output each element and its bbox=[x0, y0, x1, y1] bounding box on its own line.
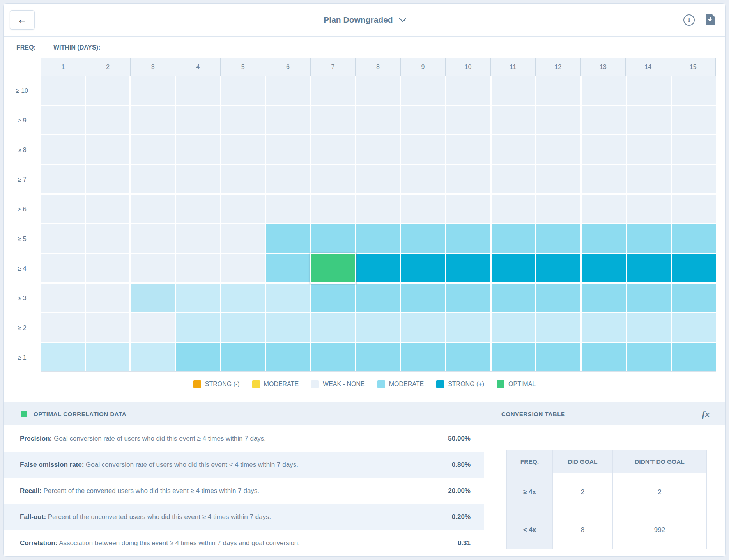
heatmap-cell-r8-c9[interactable] bbox=[401, 284, 445, 312]
heatmap-cell-r10-c7[interactable] bbox=[311, 343, 355, 371]
heatmap-cell-r7-c4[interactable] bbox=[176, 254, 220, 282]
heatmap-cell-r2-c6[interactable] bbox=[266, 106, 310, 134]
heatmap-cell-r10-c9[interactable] bbox=[401, 343, 445, 371]
heatmap-cell-r7-c14[interactable] bbox=[627, 254, 671, 282]
heatmap-cell-r2-c7[interactable] bbox=[311, 106, 355, 134]
heatmap-cell-r3-c13[interactable] bbox=[582, 135, 626, 164]
heatmap-cell-r7-c2[interactable] bbox=[86, 254, 130, 282]
heatmap-cell-r6-c3[interactable] bbox=[131, 224, 175, 253]
heatmap-cell-r7-c12[interactable] bbox=[536, 254, 580, 282]
heatmap-cell-r4-c12[interactable] bbox=[536, 165, 580, 193]
heatmap-cell-r10-c10[interactable] bbox=[446, 343, 490, 371]
heatmap-cell-r10-c15[interactable] bbox=[672, 343, 716, 371]
heatmap-cell-r8-c14[interactable] bbox=[627, 284, 671, 312]
heatmap-cell-r7-c7-optimal-selected[interactable] bbox=[311, 254, 355, 282]
heatmap-cell-r2-c11[interactable] bbox=[492, 106, 536, 134]
heatmap-cell-r9-c9[interactable] bbox=[401, 313, 445, 342]
heatmap-cell-r5-c3[interactable] bbox=[131, 195, 175, 223]
heatmap-cell-r6-c15[interactable] bbox=[672, 224, 716, 253]
heatmap-cell-r9-c1[interactable] bbox=[41, 313, 85, 342]
heatmap-cell-r8-c1[interactable] bbox=[41, 284, 85, 312]
heatmap-cell-r4-c6[interactable] bbox=[266, 165, 310, 193]
heatmap-cell-r8-c6[interactable] bbox=[266, 284, 310, 312]
heatmap-cell-r10-c12[interactable] bbox=[536, 343, 580, 371]
heatmap-cell-r1-c1[interactable] bbox=[41, 76, 85, 105]
heatmap-cell-r3-c7[interactable] bbox=[311, 135, 355, 164]
heatmap-cell-r5-c12[interactable] bbox=[536, 195, 580, 223]
heatmap-cell-r7-c6[interactable] bbox=[266, 254, 310, 282]
heatmap-cell-r4-c2[interactable] bbox=[86, 165, 130, 193]
heatmap-cell-r7-c5[interactable] bbox=[221, 254, 265, 282]
heatmap-cell-r3-c2[interactable] bbox=[86, 135, 130, 164]
heatmap-cell-r4-c11[interactable] bbox=[492, 165, 536, 193]
heatmap-cell-r2-c5[interactable] bbox=[221, 106, 265, 134]
heatmap-cell-r4-c5[interactable] bbox=[221, 165, 265, 193]
heatmap-cell-r1-c2[interactable] bbox=[86, 76, 130, 105]
heatmap-cell-r8-c8[interactable] bbox=[356, 284, 400, 312]
heatmap-cell-r7-c13[interactable] bbox=[582, 254, 626, 282]
heatmap-cell-r2-c15[interactable] bbox=[672, 106, 716, 134]
heatmap-cell-r9-c10[interactable] bbox=[446, 313, 490, 342]
heatmap-cell-r7-c11[interactable] bbox=[492, 254, 536, 282]
heatmap-cell-r5-c9[interactable] bbox=[401, 195, 445, 223]
heatmap-cell-r9-c4[interactable] bbox=[176, 313, 220, 342]
heatmap-cell-r9-c15[interactable] bbox=[672, 313, 716, 342]
heatmap-cell-r9-c5[interactable] bbox=[221, 313, 265, 342]
heatmap-cell-r9-c12[interactable] bbox=[536, 313, 580, 342]
heatmap-cell-r6-c10[interactable] bbox=[446, 224, 490, 253]
heatmap-cell-r4-c15[interactable] bbox=[672, 165, 716, 193]
heatmap-cell-r7-c1[interactable] bbox=[41, 254, 85, 282]
heatmap-cell-r9-c11[interactable] bbox=[492, 313, 536, 342]
heatmap-cell-r2-c3[interactable] bbox=[131, 106, 175, 134]
heatmap-cell-r10-c14[interactable] bbox=[627, 343, 671, 371]
heatmap-cell-r2-c1[interactable] bbox=[41, 106, 85, 134]
heatmap-cell-r3-c12[interactable] bbox=[536, 135, 580, 164]
heatmap-cell-r8-c7[interactable] bbox=[311, 284, 355, 312]
heatmap-cell-r1-c6[interactable] bbox=[266, 76, 310, 105]
event-selector[interactable]: Plan Downgraded bbox=[4, 4, 725, 36]
heatmap-cell-r1-c15[interactable] bbox=[672, 76, 716, 105]
heatmap-cell-r5-c5[interactable] bbox=[221, 195, 265, 223]
heatmap-cell-r3-c3[interactable] bbox=[131, 135, 175, 164]
heatmap-cell-r6-c2[interactable] bbox=[86, 224, 130, 253]
heatmap-cell-r2-c9[interactable] bbox=[401, 106, 445, 134]
heatmap-cell-r9-c2[interactable] bbox=[86, 313, 130, 342]
heatmap-cell-r1-c8[interactable] bbox=[356, 76, 400, 105]
heatmap-cell-r3-c5[interactable] bbox=[221, 135, 265, 164]
formula-fx-icon[interactable]: fx bbox=[702, 409, 710, 419]
heatmap-cell-r1-c13[interactable] bbox=[582, 76, 626, 105]
heatmap-cell-r7-c3[interactable] bbox=[131, 254, 175, 282]
heatmap-cell-r10-c8[interactable] bbox=[356, 343, 400, 371]
heatmap-cell-r1-c11[interactable] bbox=[492, 76, 536, 105]
heatmap-cell-r6-c13[interactable] bbox=[582, 224, 626, 253]
heatmap-cell-r9-c6[interactable] bbox=[266, 313, 310, 342]
heatmap-cell-r1-c5[interactable] bbox=[221, 76, 265, 105]
heatmap-cell-r4-c3[interactable] bbox=[131, 165, 175, 193]
heatmap-cell-r2-c4[interactable] bbox=[176, 106, 220, 134]
heatmap-cell-r8-c4[interactable] bbox=[176, 284, 220, 312]
heatmap-cell-r2-c10[interactable] bbox=[446, 106, 490, 134]
heatmap-cell-r10-c4[interactable] bbox=[176, 343, 220, 371]
heatmap-cell-r3-c9[interactable] bbox=[401, 135, 445, 164]
heatmap-cell-r6-c8[interactable] bbox=[356, 224, 400, 253]
heatmap-cell-r4-c7[interactable] bbox=[311, 165, 355, 193]
heatmap-cell-r5-c11[interactable] bbox=[492, 195, 536, 223]
heatmap-cell-r5-c1[interactable] bbox=[41, 195, 85, 223]
heatmap-cell-r1-c14[interactable] bbox=[627, 76, 671, 105]
heatmap-cell-r7-c8[interactable] bbox=[356, 254, 400, 282]
heatmap-cell-r1-c10[interactable] bbox=[446, 76, 490, 105]
heatmap-cell-r4-c9[interactable] bbox=[401, 165, 445, 193]
heatmap-cell-r9-c7[interactable] bbox=[311, 313, 355, 342]
heatmap-cell-r3-c1[interactable] bbox=[41, 135, 85, 164]
heatmap-cell-r6-c1[interactable] bbox=[41, 224, 85, 253]
heatmap-cell-r6-c4[interactable] bbox=[176, 224, 220, 253]
heatmap-cell-r6-c12[interactable] bbox=[536, 224, 580, 253]
heatmap-cell-r4-c14[interactable] bbox=[627, 165, 671, 193]
heatmap-cell-r10-c1[interactable] bbox=[41, 343, 85, 371]
heatmap-cell-r3-c4[interactable] bbox=[176, 135, 220, 164]
heatmap-cell-r6-c7[interactable] bbox=[311, 224, 355, 253]
heatmap-cell-r4-c10[interactable] bbox=[446, 165, 490, 193]
heatmap-cell-r10-c5[interactable] bbox=[221, 343, 265, 371]
heatmap-cell-r10-c13[interactable] bbox=[582, 343, 626, 371]
heatmap-cell-r5-c7[interactable] bbox=[311, 195, 355, 223]
